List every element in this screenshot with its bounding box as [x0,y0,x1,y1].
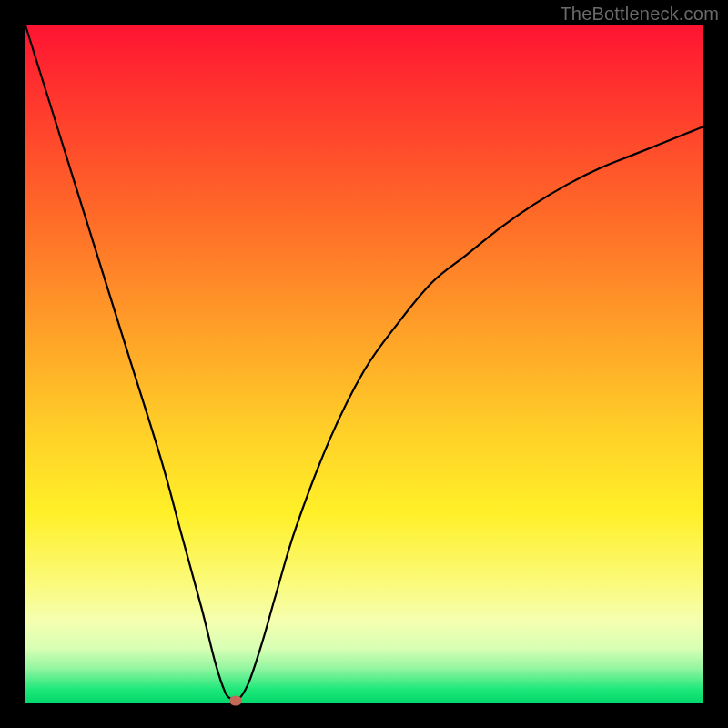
chart-frame: TheBottleneck.com [0,0,728,728]
bottleneck-curve-path [25,25,703,701]
minimum-marker [229,695,242,705]
plot-area [25,25,703,703]
watermark-text: TheBottleneck.com [560,4,719,25]
curve-svg [25,25,703,703]
